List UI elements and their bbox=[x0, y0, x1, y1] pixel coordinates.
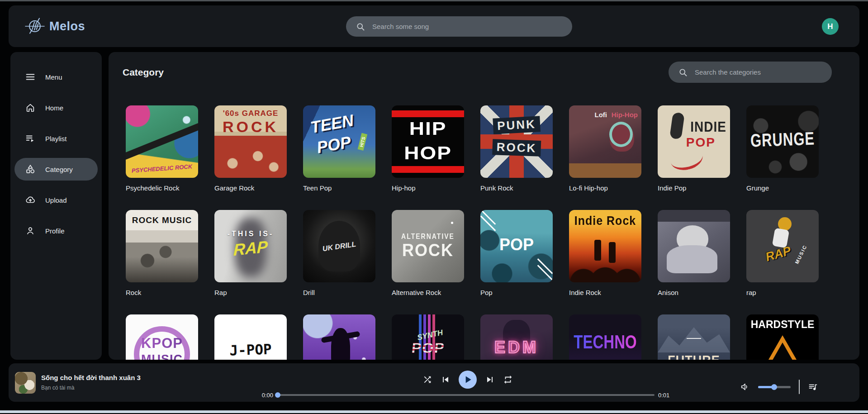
category-card[interactable]: SYNTHPOP bbox=[392, 314, 464, 360]
category-search-bar[interactable] bbox=[669, 62, 832, 83]
cover-art-text: ROCK bbox=[214, 118, 287, 136]
brand-logo[interactable]: Melos bbox=[25, 16, 85, 36]
volume-icon[interactable] bbox=[740, 382, 750, 392]
category-cover-art[interactable]: HIPHOP bbox=[392, 105, 464, 178]
category-cover-art[interactable]: J-POP bbox=[214, 314, 287, 360]
category-card[interactable]: GRUNGEGrunge bbox=[746, 105, 819, 192]
category-grid: PSYCHEDELIC ROCKPsychedelic Rock'60s GAR… bbox=[126, 105, 836, 360]
sidebar-item-category[interactable]: Category bbox=[14, 158, 98, 181]
brand-name: Melos bbox=[49, 19, 85, 33]
category-card[interactable]: HARDSTYLE bbox=[746, 314, 819, 360]
next-button[interactable] bbox=[484, 374, 495, 385]
category-card[interactable]: Anison bbox=[658, 210, 730, 296]
page-title: Category bbox=[123, 67, 164, 78]
category-card[interactable]: EDM bbox=[480, 314, 553, 360]
category-cover-art[interactable]: ROCK MUSIC bbox=[126, 210, 198, 282]
cover-art-text: Lofi bbox=[595, 111, 607, 119]
category-card[interactable]: KPOPMUSIC bbox=[126, 314, 198, 360]
category-cover-art[interactable] bbox=[658, 210, 730, 282]
category-label: Pop bbox=[480, 289, 553, 296]
cover-art-text: MUSIC bbox=[794, 244, 808, 265]
category-cover-art[interactable]: INDIEPOP bbox=[658, 105, 730, 178]
category-cover-art[interactable]: Indie Rock bbox=[569, 210, 641, 282]
category-card[interactable]: J-POP bbox=[214, 314, 287, 360]
category-cover-art[interactable]: LofiHip-Hop bbox=[569, 105, 641, 178]
category-cover-art[interactable]: PSYCHEDELIC ROCK bbox=[126, 105, 198, 178]
volume-slider[interactable] bbox=[758, 386, 791, 388]
cover-art-text: KPOP bbox=[126, 335, 198, 352]
category-search-input[interactable] bbox=[695, 68, 822, 76]
queue-music-icon[interactable] bbox=[808, 382, 818, 392]
category-cover-art[interactable]: PUNKROCK bbox=[480, 105, 553, 178]
shuffle-icon bbox=[422, 375, 432, 385]
previous-button[interactable] bbox=[440, 374, 451, 385]
category-card[interactable]: UK DRILLDrill bbox=[303, 210, 375, 296]
category-card[interactable]: INDIEPOPIndie Pop bbox=[658, 105, 730, 192]
category-cover-art[interactable]: KPOPMUSIC bbox=[126, 314, 198, 360]
category-card[interactable]: ALTERNATIVEROCKAlternative Rock bbox=[392, 210, 464, 296]
category-card[interactable]: TEENPOPHITSTeen Pop bbox=[303, 105, 375, 192]
category-cover-art[interactable] bbox=[303, 314, 375, 360]
sidebar-item-home[interactable]: Home bbox=[14, 96, 98, 119]
track-artwork[interactable] bbox=[15, 372, 36, 394]
sidebar-item-playlist[interactable]: Playlist bbox=[14, 127, 98, 150]
melos-logo-icon bbox=[25, 16, 45, 36]
category-card[interactable]: Indie RockIndie Rock bbox=[569, 210, 641, 296]
search-icon bbox=[356, 22, 365, 31]
profile-icon bbox=[25, 226, 35, 236]
category-card[interactable]: PSYCHEDELIC ROCKPsychedelic Rock bbox=[126, 105, 198, 192]
category-card[interactable] bbox=[303, 314, 375, 360]
category-card[interactable]: HIPHOPHip-hop bbox=[392, 105, 464, 192]
song-search-bar[interactable] bbox=[346, 16, 572, 37]
category-cover-art[interactable]: -THIS IS-RAP bbox=[214, 210, 287, 282]
category-cover-art[interactable]: HARDSTYLE bbox=[746, 314, 819, 360]
top-edge-strip bbox=[0, 0, 868, 1]
category-card[interactable]: ROCK MUSICRock bbox=[126, 210, 198, 296]
category-card[interactable]: '60s GARAGEROCKGarage Rock bbox=[214, 105, 287, 192]
category-cover-art[interactable]: SYNTHPOP bbox=[392, 314, 464, 360]
category-cover-art[interactable]: TECHNO bbox=[569, 314, 641, 360]
current-time: 0:00 bbox=[255, 392, 273, 399]
cover-art-text: Indie Rock bbox=[569, 214, 641, 228]
cover-art-text: POP bbox=[686, 135, 716, 150]
category-card[interactable]: POPPop bbox=[480, 210, 553, 296]
seek-bar[interactable] bbox=[275, 394, 655, 396]
cover-art-text: INDIE bbox=[690, 119, 726, 135]
sidebar-item-label: Playlist bbox=[45, 135, 67, 143]
avatar[interactable]: H bbox=[822, 18, 839, 35]
volume-knob[interactable] bbox=[771, 384, 777, 390]
category-card[interactable]: LofiHip-HopLo-fi Hip-hop bbox=[569, 105, 641, 192]
play-button[interactable] bbox=[459, 371, 477, 389]
sidebar-item-menu[interactable]: Menu bbox=[14, 66, 98, 88]
category-label: Alternative Rock bbox=[392, 289, 464, 296]
cover-art-text: RAP bbox=[764, 244, 792, 265]
shuffle-button[interactable] bbox=[422, 375, 432, 385]
main-content: Category PSYCHEDELIC ROCKPsychedelic Roc… bbox=[109, 52, 859, 360]
category-card[interactable]: RAPMUSICrap bbox=[746, 210, 819, 296]
repeat-button[interactable] bbox=[503, 375, 513, 385]
sidebar-item-label: Category bbox=[45, 166, 73, 173]
search-input[interactable] bbox=[372, 23, 562, 30]
category-cover-art[interactable]: ALTERNATIVEROCK bbox=[392, 210, 464, 282]
category-cover-art[interactable]: FUTUREBASS bbox=[658, 314, 730, 360]
skip-next-icon bbox=[484, 374, 495, 385]
cover-art-text: ROCK bbox=[392, 240, 464, 261]
sidebar-item-upload[interactable]: Upload bbox=[14, 189, 98, 211]
category-cover-art[interactable]: RAPMUSIC bbox=[746, 210, 819, 282]
category-card[interactable]: PUNKROCKPunk Rock bbox=[480, 105, 553, 192]
category-cover-art[interactable]: TEENPOPHITS bbox=[303, 105, 375, 178]
category-label: Teen Pop bbox=[303, 184, 375, 192]
category-card[interactable]: -THIS IS-RAPRap bbox=[214, 210, 287, 296]
category-card[interactable]: FUTUREBASS bbox=[658, 314, 730, 360]
seek-knob[interactable] bbox=[275, 392, 280, 398]
category-cover-art[interactable]: '60s GARAGEROCK bbox=[214, 105, 287, 178]
bottom-edge-strip bbox=[0, 410, 868, 413]
sidebar-item-profile[interactable]: Profile bbox=[14, 219, 98, 242]
sidebar-item-label: Menu bbox=[45, 73, 62, 81]
category-cover-art[interactable]: GRUNGE bbox=[746, 105, 819, 178]
category-cover-art[interactable]: EDM bbox=[480, 314, 553, 360]
play-icon bbox=[462, 374, 474, 385]
category-card[interactable]: TECHNO bbox=[569, 314, 641, 360]
category-cover-art[interactable]: POP bbox=[480, 210, 553, 282]
category-cover-art[interactable]: UK DRILL bbox=[303, 210, 375, 282]
